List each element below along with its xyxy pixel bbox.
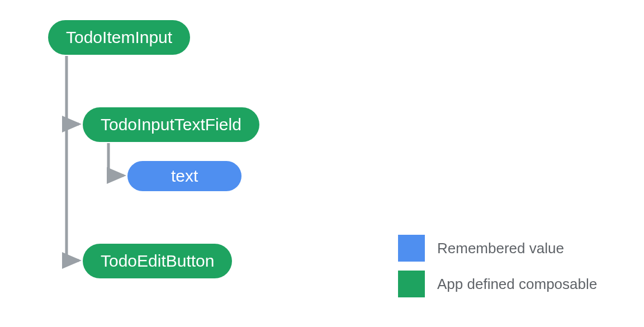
node-label: TodoEditButton	[101, 252, 214, 271]
node-todo-input-text-field: TodoInputTextField	[83, 107, 259, 142]
legend-row-remembered: Remembered value	[398, 235, 597, 262]
legend-swatch-blue	[398, 235, 425, 262]
node-label: TodoInputTextField	[101, 115, 242, 134]
node-label: text	[171, 167, 198, 186]
legend-row-composable: App defined composable	[398, 271, 597, 297]
node-todo-edit-button: TodoEditButton	[83, 244, 232, 278]
legend-label-composable: App defined composable	[437, 276, 597, 293]
connector-to-text	[108, 143, 124, 176]
node-todo-item-input: TodoItemInput	[48, 20, 190, 55]
legend: Remembered value App defined composable	[398, 235, 597, 297]
legend-label-remembered: Remembered value	[437, 240, 564, 257]
legend-swatch-green	[398, 271, 425, 297]
node-text: text	[127, 161, 242, 191]
node-label: TodoItemInput	[66, 28, 172, 47]
